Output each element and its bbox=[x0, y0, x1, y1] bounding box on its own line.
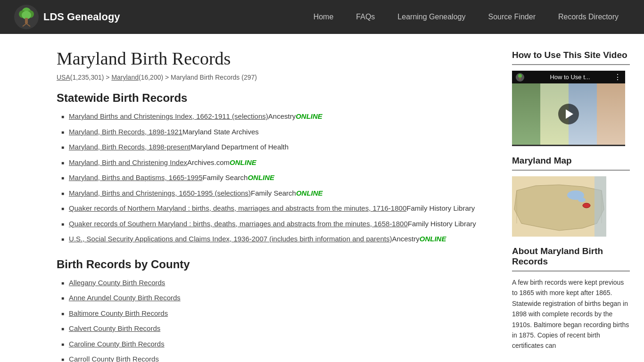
county-record-item: Calvert County Birth Records bbox=[61, 323, 493, 334]
video-title-text: How to Use t... bbox=[550, 74, 590, 81]
county-records-list: Allegany County Birth RecordsAnne Arunde… bbox=[61, 278, 493, 362]
nav-learning[interactable]: Learning Genealogy bbox=[386, 8, 477, 26]
online-badge: ONLINE bbox=[248, 173, 274, 183]
statewide-record-item: Maryland, Births and Christenings, 1650-… bbox=[61, 188, 493, 199]
county-record-link[interactable]: Allegany County Birth Records bbox=[69, 278, 165, 288]
record-link[interactable]: Maryland, Births and Baptisms, 1665-1995 bbox=[69, 173, 202, 183]
record-link[interactable]: Maryland, Births and Christenings, 1650-… bbox=[69, 188, 251, 199]
record-link[interactable]: Maryland, Birth Records, 1898-present bbox=[69, 142, 190, 153]
svg-rect-17 bbox=[594, 176, 606, 237]
statewide-record-item: U.S., Social Security Applications and C… bbox=[61, 234, 493, 245]
county-record-link[interactable]: Anne Arundel County Birth Records bbox=[69, 293, 181, 304]
record-source: Archives.com bbox=[187, 157, 230, 168]
county-record-link[interactable]: Baltimore County Birth Records bbox=[69, 308, 168, 319]
record-link[interactable]: Maryland, Birth and Christening Index bbox=[69, 157, 187, 168]
record-source: Ancestry bbox=[392, 234, 419, 245]
statewide-record-item: Maryland, Birth and Christening Index Ar… bbox=[61, 157, 493, 168]
about-section-title: About Maryland Birth Records bbox=[512, 246, 630, 267]
statewide-records-list: Maryland Births and Christenings Index, … bbox=[61, 111, 493, 245]
video-section-title: How to Use This Site Video bbox=[512, 50, 630, 60]
nav-source[interactable]: Source Finder bbox=[477, 8, 547, 26]
statewide-record-item: Quaker records of Southern Maryland : bi… bbox=[61, 219, 493, 230]
breadcrumb: USA(1,235,301) > Maryland(16,200) > Mary… bbox=[57, 74, 493, 81]
map-section-title: Maryland Map bbox=[512, 156, 630, 166]
breadcrumb-current: Maryland Birth Records (297) bbox=[171, 74, 257, 81]
online-badge: ONLINE bbox=[420, 234, 446, 245]
statewide-record-item: Maryland, Births and Baptisms, 1665-1995… bbox=[61, 173, 493, 183]
breadcrumb-maryland[interactable]: Maryland bbox=[111, 74, 139, 81]
record-link[interactable]: U.S., Social Security Applications and C… bbox=[69, 234, 392, 245]
record-source: Ancestry bbox=[268, 111, 296, 122]
online-badge: ONLINE bbox=[296, 188, 323, 199]
svg-point-13 bbox=[578, 197, 586, 202]
play-button[interactable] bbox=[558, 104, 579, 124]
main-nav: Home FAQs Learning Genealogy Source Find… bbox=[302, 8, 630, 26]
statewide-record-item: Maryland, Birth Records, 1898-1921 Maryl… bbox=[61, 127, 493, 138]
svg-rect-5 bbox=[25, 18, 28, 24]
county-record-link[interactable]: Caroline County Birth Records bbox=[69, 339, 165, 350]
breadcrumb-usa[interactable]: USA bbox=[57, 74, 70, 81]
breadcrumb-usa-count: (1,235,301) bbox=[70, 74, 104, 81]
county-record-link[interactable]: Calvert County Birth Records bbox=[69, 323, 160, 334]
statewide-record-item: Maryland, Birth Records, 1898-present Ma… bbox=[61, 142, 493, 153]
breadcrumb-maryland-count: (16,200) bbox=[139, 74, 163, 81]
statewide-record-item: Quaker records of Northern Maryland : bi… bbox=[61, 203, 493, 214]
video-menu-icon: ⋮ bbox=[614, 73, 621, 82]
county-record-item: Caroline County Birth Records bbox=[61, 339, 493, 350]
video-image[interactable] bbox=[512, 83, 625, 145]
page-title: Maryland Birth Records bbox=[57, 48, 493, 69]
about-divider bbox=[512, 271, 630, 272]
svg-point-14 bbox=[583, 203, 590, 208]
video-divider bbox=[512, 64, 630, 65]
record-source: Family History Library bbox=[408, 219, 476, 230]
record-source: Maryland Department of Health bbox=[190, 142, 289, 153]
page-wrapper: Maryland Birth Records USA(1,235,301) > … bbox=[0, 34, 644, 362]
county-record-item: Baltimore County Birth Records bbox=[61, 308, 493, 319]
video-title-bar: How to Use t... ⋮ bbox=[512, 71, 625, 83]
map-divider bbox=[512, 170, 630, 171]
online-badge: ONLINE bbox=[296, 111, 322, 122]
county-record-item: Allegany County Birth Records bbox=[61, 278, 493, 288]
county-record-item: Carroll County Birth Records bbox=[61, 354, 493, 362]
record-source: Family Search bbox=[203, 173, 248, 183]
sidebar: How to Use This Site Video How to Use t.… bbox=[512, 48, 630, 362]
statewide-heading: Statewide Birth Records bbox=[57, 91, 493, 105]
site-header: LDS Genealogy Home FAQs Learning Genealo… bbox=[0, 0, 644, 34]
main-content: Maryland Birth Records USA(1,235,301) > … bbox=[57, 48, 493, 362]
record-link[interactable]: Maryland Births and Christenings Index, … bbox=[69, 111, 268, 122]
online-badge: ONLINE bbox=[230, 157, 256, 168]
svg-point-9 bbox=[518, 74, 522, 78]
logo-text: LDS Genealogy bbox=[43, 11, 120, 23]
statewide-record-item: Maryland Births and Christenings Index, … bbox=[61, 111, 493, 122]
svg-rect-10 bbox=[520, 77, 520, 80]
record-link[interactable]: Quaker records of Southern Maryland : bi… bbox=[69, 219, 408, 230]
logo-icon bbox=[14, 5, 39, 29]
nav-faqs[interactable]: FAQs bbox=[345, 8, 386, 26]
record-source: Family Search bbox=[251, 188, 296, 199]
record-link[interactable]: Maryland, Birth Records, 1898-1921 bbox=[69, 127, 182, 138]
video-col-1 bbox=[512, 83, 540, 145]
county-record-link[interactable]: Carroll County Birth Records bbox=[69, 354, 159, 362]
about-text: A few birth records were kept previous t… bbox=[512, 277, 630, 351]
maryland-map[interactable] bbox=[512, 176, 606, 237]
video-col-4 bbox=[597, 83, 625, 145]
video-logo-icon bbox=[516, 73, 524, 82]
record-link[interactable]: Quaker records of Northern Maryland : bi… bbox=[69, 203, 406, 214]
county-heading: Birth Records by County bbox=[57, 258, 493, 271]
nav-home[interactable]: Home bbox=[302, 8, 345, 26]
nav-records[interactable]: Records Directory bbox=[547, 8, 630, 26]
video-thumbnail[interactable]: How to Use t... ⋮ bbox=[512, 71, 625, 146]
record-source: Maryland State Archives bbox=[182, 127, 259, 138]
record-source: Family History Library bbox=[406, 203, 475, 214]
logo[interactable]: LDS Genealogy bbox=[14, 5, 120, 29]
county-record-item: Anne Arundel County Birth Records bbox=[61, 293, 493, 304]
